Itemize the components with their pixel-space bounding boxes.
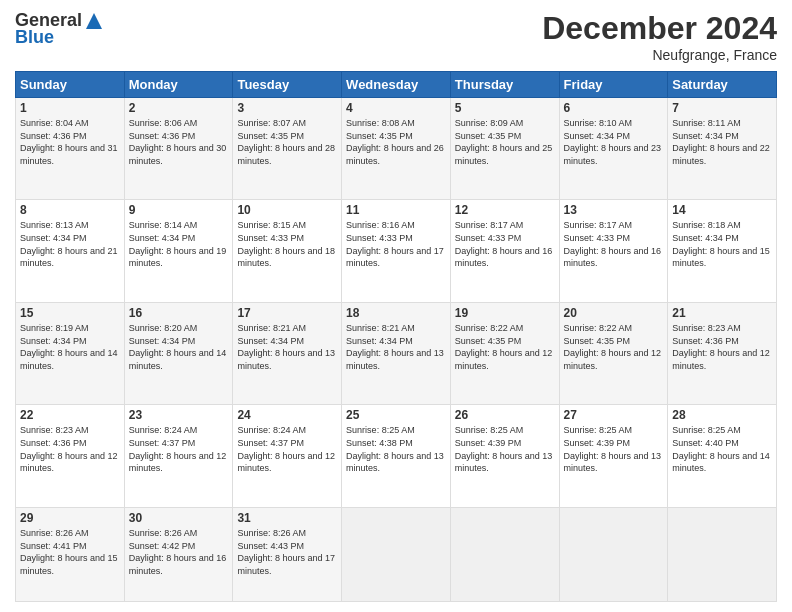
- day-info: Sunrise: 8:24 AMSunset: 4:37 PMDaylight:…: [237, 424, 337, 474]
- calendar-cell: 7Sunrise: 8:11 AMSunset: 4:34 PMDaylight…: [668, 98, 777, 200]
- day-info: Sunrise: 8:07 AMSunset: 4:35 PMDaylight:…: [237, 117, 337, 167]
- svg-marker-0: [86, 13, 102, 29]
- calendar-cell: [559, 507, 668, 601]
- day-info: Sunrise: 8:25 AMSunset: 4:40 PMDaylight:…: [672, 424, 772, 474]
- calendar-cell: 24Sunrise: 8:24 AMSunset: 4:37 PMDayligh…: [233, 405, 342, 507]
- day-number: 8: [20, 203, 120, 217]
- day-info: Sunrise: 8:17 AMSunset: 4:33 PMDaylight:…: [455, 219, 555, 269]
- calendar-cell: 1Sunrise: 8:04 AMSunset: 4:36 PMDaylight…: [16, 98, 125, 200]
- calendar-header-friday: Friday: [559, 72, 668, 98]
- calendar-cell: 10Sunrise: 8:15 AMSunset: 4:33 PMDayligh…: [233, 200, 342, 302]
- calendar-cell: 27Sunrise: 8:25 AMSunset: 4:39 PMDayligh…: [559, 405, 668, 507]
- calendar-table: SundayMondayTuesdayWednesdayThursdayFrid…: [15, 71, 777, 602]
- day-info: Sunrise: 8:18 AMSunset: 4:34 PMDaylight:…: [672, 219, 772, 269]
- day-info: Sunrise: 8:26 AMSunset: 4:43 PMDaylight:…: [237, 527, 337, 577]
- day-info: Sunrise: 8:26 AMSunset: 4:41 PMDaylight:…: [20, 527, 120, 577]
- calendar-cell: [668, 507, 777, 601]
- calendar-week-5: 29Sunrise: 8:26 AMSunset: 4:41 PMDayligh…: [16, 507, 777, 601]
- calendar-header-sunday: Sunday: [16, 72, 125, 98]
- calendar-cell: 31Sunrise: 8:26 AMSunset: 4:43 PMDayligh…: [233, 507, 342, 601]
- day-info: Sunrise: 8:26 AMSunset: 4:42 PMDaylight:…: [129, 527, 229, 577]
- calendar-cell: 20Sunrise: 8:22 AMSunset: 4:35 PMDayligh…: [559, 302, 668, 404]
- day-number: 1: [20, 101, 120, 115]
- day-number: 9: [129, 203, 229, 217]
- month-title: December 2024: [542, 10, 777, 47]
- calendar-cell: 5Sunrise: 8:09 AMSunset: 4:35 PMDaylight…: [450, 98, 559, 200]
- day-info: Sunrise: 8:24 AMSunset: 4:37 PMDaylight:…: [129, 424, 229, 474]
- logo: General Blue: [15, 10, 104, 48]
- day-number: 16: [129, 306, 229, 320]
- day-info: Sunrise: 8:21 AMSunset: 4:34 PMDaylight:…: [237, 322, 337, 372]
- day-number: 20: [564, 306, 664, 320]
- day-number: 14: [672, 203, 772, 217]
- calendar-cell: 26Sunrise: 8:25 AMSunset: 4:39 PMDayligh…: [450, 405, 559, 507]
- calendar-cell: 8Sunrise: 8:13 AMSunset: 4:34 PMDaylight…: [16, 200, 125, 302]
- calendar-cell: 28Sunrise: 8:25 AMSunset: 4:40 PMDayligh…: [668, 405, 777, 507]
- day-info: Sunrise: 8:15 AMSunset: 4:33 PMDaylight:…: [237, 219, 337, 269]
- day-number: 13: [564, 203, 664, 217]
- day-info: Sunrise: 8:11 AMSunset: 4:34 PMDaylight:…: [672, 117, 772, 167]
- calendar-cell: 15Sunrise: 8:19 AMSunset: 4:34 PMDayligh…: [16, 302, 125, 404]
- day-number: 6: [564, 101, 664, 115]
- day-info: Sunrise: 8:25 AMSunset: 4:39 PMDaylight:…: [455, 424, 555, 474]
- day-number: 4: [346, 101, 446, 115]
- calendar-cell: 13Sunrise: 8:17 AMSunset: 4:33 PMDayligh…: [559, 200, 668, 302]
- logo-blue-text: Blue: [15, 27, 54, 48]
- day-number: 11: [346, 203, 446, 217]
- calendar-cell: 17Sunrise: 8:21 AMSunset: 4:34 PMDayligh…: [233, 302, 342, 404]
- day-number: 5: [455, 101, 555, 115]
- day-number: 25: [346, 408, 446, 422]
- calendar-cell: 2Sunrise: 8:06 AMSunset: 4:36 PMDaylight…: [124, 98, 233, 200]
- calendar-cell: 18Sunrise: 8:21 AMSunset: 4:34 PMDayligh…: [342, 302, 451, 404]
- calendar-week-4: 22Sunrise: 8:23 AMSunset: 4:36 PMDayligh…: [16, 405, 777, 507]
- header: General Blue December 2024 Neufgrange, F…: [15, 10, 777, 63]
- day-number: 27: [564, 408, 664, 422]
- day-number: 7: [672, 101, 772, 115]
- day-info: Sunrise: 8:23 AMSunset: 4:36 PMDaylight:…: [20, 424, 120, 474]
- calendar-cell: 3Sunrise: 8:07 AMSunset: 4:35 PMDaylight…: [233, 98, 342, 200]
- calendar-header-row: SundayMondayTuesdayWednesdayThursdayFrid…: [16, 72, 777, 98]
- page: General Blue December 2024 Neufgrange, F…: [0, 0, 792, 612]
- calendar-cell: 23Sunrise: 8:24 AMSunset: 4:37 PMDayligh…: [124, 405, 233, 507]
- day-number: 12: [455, 203, 555, 217]
- day-info: Sunrise: 8:10 AMSunset: 4:34 PMDaylight:…: [564, 117, 664, 167]
- calendar-cell: 4Sunrise: 8:08 AMSunset: 4:35 PMDaylight…: [342, 98, 451, 200]
- day-info: Sunrise: 8:25 AMSunset: 4:39 PMDaylight:…: [564, 424, 664, 474]
- calendar-cell: 22Sunrise: 8:23 AMSunset: 4:36 PMDayligh…: [16, 405, 125, 507]
- day-info: Sunrise: 8:22 AMSunset: 4:35 PMDaylight:…: [564, 322, 664, 372]
- calendar-header-monday: Monday: [124, 72, 233, 98]
- logo-icon: [84, 11, 104, 31]
- subtitle: Neufgrange, France: [542, 47, 777, 63]
- day-number: 29: [20, 511, 120, 525]
- title-area: December 2024 Neufgrange, France: [542, 10, 777, 63]
- day-number: 19: [455, 306, 555, 320]
- calendar-cell: 11Sunrise: 8:16 AMSunset: 4:33 PMDayligh…: [342, 200, 451, 302]
- calendar-week-1: 1Sunrise: 8:04 AMSunset: 4:36 PMDaylight…: [16, 98, 777, 200]
- calendar-cell: 12Sunrise: 8:17 AMSunset: 4:33 PMDayligh…: [450, 200, 559, 302]
- day-info: Sunrise: 8:21 AMSunset: 4:34 PMDaylight:…: [346, 322, 446, 372]
- day-number: 26: [455, 408, 555, 422]
- day-number: 18: [346, 306, 446, 320]
- calendar-cell: 14Sunrise: 8:18 AMSunset: 4:34 PMDayligh…: [668, 200, 777, 302]
- day-number: 30: [129, 511, 229, 525]
- day-number: 15: [20, 306, 120, 320]
- calendar-cell: [342, 507, 451, 601]
- calendar-week-2: 8Sunrise: 8:13 AMSunset: 4:34 PMDaylight…: [16, 200, 777, 302]
- calendar-cell: 16Sunrise: 8:20 AMSunset: 4:34 PMDayligh…: [124, 302, 233, 404]
- day-number: 24: [237, 408, 337, 422]
- day-number: 21: [672, 306, 772, 320]
- calendar-cell: 6Sunrise: 8:10 AMSunset: 4:34 PMDaylight…: [559, 98, 668, 200]
- day-info: Sunrise: 8:09 AMSunset: 4:35 PMDaylight:…: [455, 117, 555, 167]
- calendar-cell: 29Sunrise: 8:26 AMSunset: 4:41 PMDayligh…: [16, 507, 125, 601]
- day-number: 31: [237, 511, 337, 525]
- calendar-cell: 19Sunrise: 8:22 AMSunset: 4:35 PMDayligh…: [450, 302, 559, 404]
- day-number: 17: [237, 306, 337, 320]
- day-number: 10: [237, 203, 337, 217]
- calendar-header-wednesday: Wednesday: [342, 72, 451, 98]
- calendar-cell: 25Sunrise: 8:25 AMSunset: 4:38 PMDayligh…: [342, 405, 451, 507]
- calendar-cell: 21Sunrise: 8:23 AMSunset: 4:36 PMDayligh…: [668, 302, 777, 404]
- day-info: Sunrise: 8:22 AMSunset: 4:35 PMDaylight:…: [455, 322, 555, 372]
- day-number: 23: [129, 408, 229, 422]
- day-info: Sunrise: 8:13 AMSunset: 4:34 PMDaylight:…: [20, 219, 120, 269]
- calendar-cell: 9Sunrise: 8:14 AMSunset: 4:34 PMDaylight…: [124, 200, 233, 302]
